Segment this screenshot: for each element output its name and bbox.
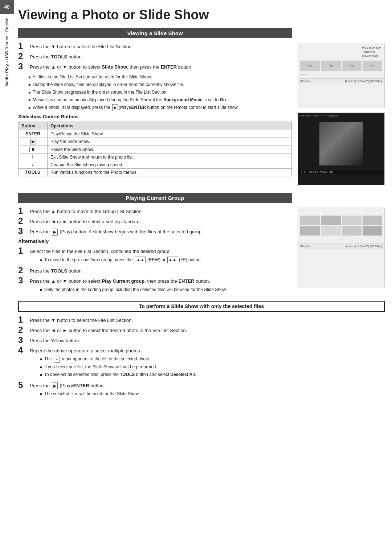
sf-bullet-icon-5: ■ xyxy=(40,391,42,397)
pcg-step-1-number: 1 xyxy=(18,206,28,215)
alt-bullet-icon-1: ■ xyxy=(40,257,42,263)
sf-step-5-bullets: ■ The selected files will be used for th… xyxy=(40,390,140,397)
pcg-step-1: 1 Press the ▲ button to move to the Grou… xyxy=(18,206,292,215)
control-table: Button Operations ENTER Play/Pause the S… xyxy=(18,122,292,176)
pcg-thumb-4 xyxy=(363,216,382,225)
step-2-number: 2 xyxy=(18,52,28,61)
bullet-icon-1: ■ xyxy=(28,74,30,80)
alt-step-1: 1 Select the files In the File List Sect… xyxy=(18,246,292,265)
slideshow-control-title: Slideshow Control Buttons xyxy=(18,114,292,119)
bullet-3-text: The Slide Show progresses in the order s… xyxy=(33,89,168,95)
screenshot-3-bottom: 9B·|s2·z· ■ *pepa *[b2w-*T[p]*G2&bp) xyxy=(298,244,384,249)
table-row: i Exit Slide Show and return to the phot… xyxy=(19,153,292,161)
thumb-1: img xyxy=(300,61,320,71)
page-title: Viewing a Photo or Slide Show xyxy=(18,7,385,22)
sf-bullet-4-1: ■ The ✓ mark appears to the left of the … xyxy=(40,356,196,363)
screenshot-1-date: · xyxy=(300,45,301,58)
table-cell-button: / xyxy=(19,161,48,168)
thumb-3: img xyxy=(342,61,362,71)
sf-step-2-number: 2 xyxy=(18,326,28,334)
pcg-step-1-text: Press the ▲ button to move to the Group … xyxy=(30,206,142,215)
rew-symbol: ◄◄ xyxy=(135,257,146,263)
step-3-text: Press the ▲ or ▼ button to select Slide … xyxy=(30,62,192,71)
bullet-1-text: All files in the File List Section will … xyxy=(33,74,152,80)
step-3: 3 Press the ▲ or ▼ button to select Slid… xyxy=(18,62,292,71)
table-header-operations: Operations xyxy=(48,122,292,130)
table-cell-op: Pause the Slide Show. xyxy=(48,146,292,153)
screenshot-2-bottom-left: ·([ ·p·····*$#*[]p·ir··*Yp2w-·*Tp] xyxy=(300,171,333,173)
bullet-5: ■ While a photo list is displayed, press… xyxy=(28,104,292,111)
table-row: ▶ Play the Slide Show. xyxy=(19,138,292,146)
pcg-thumb-3 xyxy=(342,216,362,225)
pcg-step-2-number: 2 xyxy=(18,217,28,225)
bullet-4: ■ Music files can be automatically playe… xyxy=(28,97,292,103)
selected-files-steps: 1 Press the ▼ button to select the File … xyxy=(18,315,385,399)
pcg-thumb-2 xyxy=(321,216,340,225)
sidebar: 40 English Media Play - USB Device xyxy=(0,0,14,540)
screenshots-right-top: · 0·1·0·|s2y·|s2y Tppdl·t·try |pxZ·p**|s… xyxy=(298,28,385,189)
alt-step-1-bullets: ■ To move to the previous/next group, pr… xyxy=(40,257,202,263)
thumb-4: img xyxy=(363,61,382,71)
screenshot-2: #**Yz]x|w=>?9wjr·············@c@4A ·([ ·… xyxy=(298,112,385,185)
viewing-slideshow-bullets: ■ All files in the File List Section wil… xyxy=(28,74,292,111)
screenshot-1-bottom: 9B·|s2·z· ■ *'pepa *[b2w-*T[p]*G2&bp) xyxy=(298,78,384,83)
screenshot-2-image xyxy=(319,122,363,165)
alt-step-1-number: 1 xyxy=(18,246,28,255)
alternatively-steps: 1 Select the files In the File List Sect… xyxy=(18,246,292,294)
main-content: Viewing a Photo or Slide Show Viewing a … xyxy=(18,0,385,398)
screenshot-2-image-area xyxy=(298,118,384,169)
playing-group-left: Playing Current Group 1 Press the ▲ butt… xyxy=(18,193,292,297)
pcg-thumb-5 xyxy=(300,226,320,236)
screenshot-3: · · · · · · · · · · · · xyxy=(298,208,385,287)
table-row: / Change the Slideshow playing speed. xyxy=(19,161,292,168)
screenshot-3-bottom-left: 9B·|s2·z· xyxy=(300,245,311,248)
table-cell-op: Exit Slide Show and return to the photo … xyxy=(48,153,292,161)
sf-step-3-number: 3 xyxy=(18,336,28,344)
alt-step-3: 3 Press the ▲ or ▼ button to select Play… xyxy=(18,276,292,294)
selected-files-section: To perform a Slide Show with only the se… xyxy=(18,301,385,399)
sf-step-1-text: Press the ▼ button to select the File Li… xyxy=(30,315,133,324)
table-header-button: Button xyxy=(19,122,48,130)
sf-step-5: 5 Press the ▶ (Play)/ENTER button. ■ The… xyxy=(18,381,385,399)
screenshots-right-bottom: · · · · · · · · · · · · xyxy=(298,193,385,297)
selected-files-header: To perform a Slide Show with only the se… xyxy=(18,301,385,312)
screenshot-1-label: ········· xyxy=(300,73,382,77)
step-1: 1 Press the ▼ button to select the File … xyxy=(18,42,292,50)
sf-step-2: 2 Press the ◄ or ► button to select the … xyxy=(18,326,385,334)
screenshot-1-content: · 0·1·0·|s2y·|s2y Tppdl·t·try |pxZ·p**|s… xyxy=(298,43,384,78)
thumb-2: img xyxy=(321,61,340,71)
alt-step-3-text: Press the ▲ or ▼ button to select Play C… xyxy=(30,276,227,294)
sf-step-5-number: 5 xyxy=(18,381,28,389)
screenshot-2-url: #**Yz]x|w=>?9wjr·············@c@4A xyxy=(299,114,338,117)
playing-group-steps: 1 Press the ▲ button to move to the Grou… xyxy=(18,206,292,236)
sf-bullet-4-2-text: If you select one file, the Slide Show w… xyxy=(44,364,157,370)
alt-bullet-1-text: To move to the previous/next group, pres… xyxy=(44,257,202,263)
play-symbol: ▶ xyxy=(112,104,118,111)
screenshot-2-bottom: ·([ ·p·····*$#*[]p·ir··*Yp2w-·*Tp] xyxy=(298,169,384,174)
sf-bullet-4-3-text: To deselect all selected files, press th… xyxy=(44,371,196,378)
alt-bullet-3: ■ Only the photos in the sorting group i… xyxy=(40,286,227,293)
sf-bullet-icon-4-2: ■ xyxy=(40,364,42,370)
bullet-icon-5: ■ xyxy=(28,105,30,110)
alt-bullet-icon-3: ■ xyxy=(40,287,42,292)
table-cell-op: Play/Pause the Slide Show. xyxy=(48,130,292,138)
viewing-slideshow-header: Viewing a Slide Show xyxy=(18,28,292,38)
viewing-slideshow-steps: 1 Press the ▼ button to select the File … xyxy=(18,42,292,71)
step-1-text: Press the ▼ button to select the File Li… xyxy=(30,42,133,50)
pause-btn-symbol: ⏸ xyxy=(29,147,36,152)
playing-group-header: Playing Current Group xyxy=(18,193,292,203)
bullet-icon-3: ■ xyxy=(28,90,30,95)
sidebar-language-label: English xyxy=(5,17,9,32)
table-cell-button: ENTER xyxy=(19,130,48,138)
pcg-thumb-6 xyxy=(321,226,340,236)
play-symbol-5: ▶ xyxy=(52,382,58,389)
sf-step-2-text: Press the ◄ or ► button to select the de… xyxy=(30,326,187,334)
bullet-4-text: Music files can be automatically played … xyxy=(33,97,227,103)
selected-files-header-text: To perform a Slide Show with only the se… xyxy=(139,303,264,309)
table-row: TOOLS Run various functions from the Pho… xyxy=(19,168,292,176)
sf-step-4-bullets: ■ The ✓ mark appears to the left of the … xyxy=(40,356,196,378)
table-row: ⏸ Pause the Slide Show. xyxy=(19,146,292,153)
table-row: ENTER Play/Pause the Slide Show. xyxy=(19,130,292,138)
play-btn-symbol: ▶ xyxy=(30,139,36,144)
alt-bullet-3-text: Only the photos in the sorting group inc… xyxy=(44,286,227,293)
